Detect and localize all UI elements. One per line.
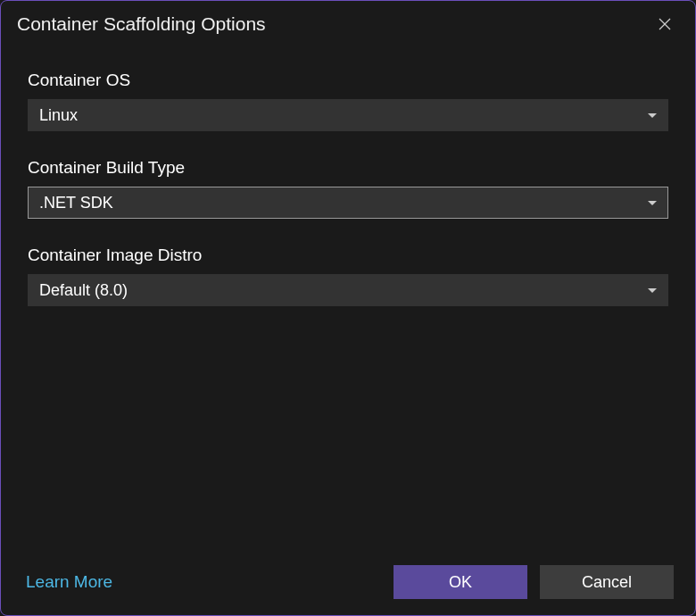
learn-more-link[interactable]: Learn More [26,572,112,592]
container-build-type-value: .NET SDK [39,194,648,212]
container-image-distro-label: Container Image Distro [28,246,668,265]
container-image-distro-dropdown[interactable]: Default (8.0) [28,274,668,306]
container-os-value: Linux [39,106,648,125]
container-os-label: Container OS [28,71,668,90]
dialog-content: Container OS Linux Container Build Type … [1,46,695,551]
titlebar: Container Scaffolding Options [1,1,695,46]
container-os-field: Container OS Linux [28,71,668,131]
dialog-title: Container Scaffolding Options [17,13,266,35]
container-image-distro-value: Default (8.0) [39,281,648,300]
dialog-container: Container Scaffolding Options Container … [0,0,696,616]
close-icon [658,17,672,31]
chevron-down-icon [648,113,657,118]
container-build-type-dropdown[interactable]: .NET SDK [28,187,668,219]
container-image-distro-field: Container Image Distro Default (8.0) [28,246,668,306]
chevron-down-icon [648,288,657,293]
dialog-footer: Learn More OK Cancel [1,551,695,615]
container-build-type-label: Container Build Type [28,158,668,178]
close-button[interactable] [650,10,679,38]
container-os-dropdown[interactable]: Linux [28,99,668,131]
chevron-down-icon [648,201,657,205]
container-build-type-field: Container Build Type .NET SDK [28,158,668,219]
cancel-button[interactable]: Cancel [540,565,674,599]
ok-button[interactable]: OK [394,565,527,599]
